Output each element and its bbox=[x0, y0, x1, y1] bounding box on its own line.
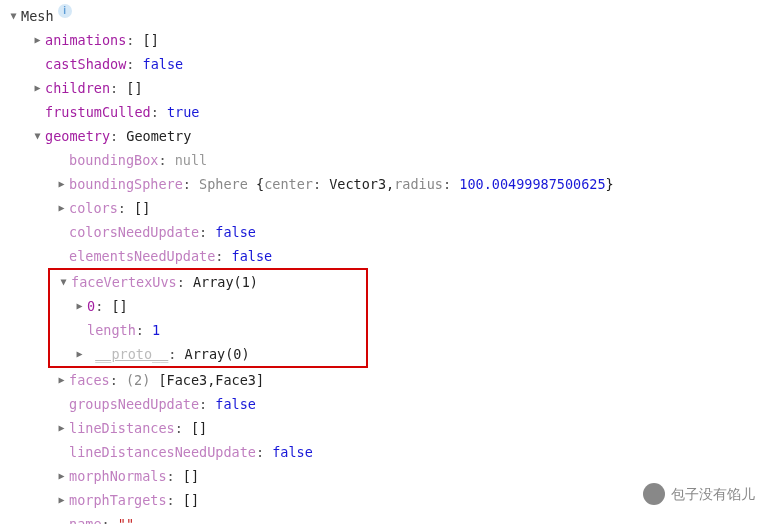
prop-key: animations bbox=[45, 28, 126, 52]
chevron-right-icon: ▶ bbox=[56, 488, 67, 512]
colon: : bbox=[151, 100, 167, 124]
prop-value: false bbox=[272, 440, 313, 464]
prop-faceVertexUvs-length[interactable]: ▶ length : 1 bbox=[56, 318, 360, 342]
chevron-right-icon: ▶ bbox=[56, 416, 67, 440]
colon: : bbox=[175, 416, 191, 440]
colon: : bbox=[110, 76, 126, 100]
colon: : bbox=[199, 392, 215, 416]
prop-name[interactable]: ▶ name : "" bbox=[8, 512, 769, 524]
colon: : bbox=[183, 172, 199, 196]
chevron-down-icon: ▼ bbox=[58, 270, 69, 294]
prop-value: [] bbox=[183, 464, 199, 488]
prop-boundingBox[interactable]: ▶ boundingBox : null bbox=[8, 148, 769, 172]
brace-open: { bbox=[256, 172, 264, 196]
prop-key: boundingBox bbox=[69, 148, 158, 172]
colon: : bbox=[256, 440, 272, 464]
prop-value: false bbox=[143, 52, 184, 76]
spacer-icon: ▶ bbox=[32, 100, 43, 124]
tree-root-mesh[interactable]: ▼ Mesh i bbox=[8, 4, 769, 28]
colon: : bbox=[177, 270, 193, 294]
chevron-down-icon: ▼ bbox=[32, 124, 43, 148]
ctor-name: Sphere bbox=[199, 172, 248, 196]
prop-animations[interactable]: ▶ animations : [] bbox=[8, 28, 769, 52]
prop-value: false bbox=[232, 244, 273, 268]
prop-value: Geometry bbox=[126, 124, 191, 148]
prop-key: colorsNeedUpdate bbox=[69, 220, 199, 244]
prop-value: false bbox=[215, 392, 256, 416]
spacer-icon: ▶ bbox=[56, 440, 67, 464]
spacer-icon: ▶ bbox=[56, 220, 67, 244]
prop-faceVertexUvs[interactable]: ▼ faceVertexUvs : Array(1) bbox=[56, 270, 360, 294]
prop-value: false bbox=[215, 220, 256, 244]
prop-value: Array(0) bbox=[185, 342, 250, 366]
prop-groupsNeedUpdate[interactable]: ▶ groupsNeedUpdate : false bbox=[8, 392, 769, 416]
colon: : bbox=[167, 464, 183, 488]
colon: : bbox=[168, 342, 184, 366]
prop-key: frustumCulled bbox=[45, 100, 151, 124]
prop-value: [] bbox=[183, 488, 199, 512]
prop-key: name bbox=[69, 512, 102, 524]
colon: : bbox=[199, 220, 215, 244]
wechat-icon bbox=[643, 483, 665, 505]
root-label: Mesh bbox=[21, 4, 54, 28]
brace-close: } bbox=[606, 172, 614, 196]
prop-key: children bbox=[45, 76, 110, 100]
prop-lineDistancesNeedUpdate[interactable]: ▶ lineDistancesNeedUpdate : false bbox=[8, 440, 769, 464]
spacer-icon: ▶ bbox=[74, 318, 85, 342]
colon: : bbox=[110, 124, 126, 148]
colon: : bbox=[95, 294, 111, 318]
prop-boundingSphere[interactable]: ▶ boundingSphere : Sphere { center : Vec… bbox=[8, 172, 769, 196]
inline-val: Vector3 bbox=[329, 172, 386, 196]
prop-value: [] bbox=[111, 294, 127, 318]
watermark-text: 包子没有馅儿 bbox=[671, 482, 755, 506]
chevron-right-icon: ▶ bbox=[56, 172, 67, 196]
colon: : bbox=[126, 28, 142, 52]
chevron-down-icon: ▼ bbox=[8, 4, 19, 28]
chevron-right-icon: ▶ bbox=[32, 76, 43, 100]
prop-colors[interactable]: ▶ colors : [] bbox=[8, 196, 769, 220]
inline-key: center bbox=[264, 172, 313, 196]
prop-colorsNeedUpdate[interactable]: ▶ colorsNeedUpdate : false bbox=[8, 220, 769, 244]
prop-key: geometry bbox=[45, 124, 110, 148]
prop-key: colors bbox=[69, 196, 118, 220]
colon: : bbox=[102, 512, 118, 524]
prop-faces[interactable]: ▶ faces : (2) [ Face3 , Face3 ] bbox=[8, 368, 769, 392]
spacer-icon: ▶ bbox=[56, 244, 67, 268]
prop-faceVertexUvs-0[interactable]: ▶ 0 : [] bbox=[56, 294, 360, 318]
prop-lineDistances[interactable]: ▶ lineDistances : [] bbox=[8, 416, 769, 440]
prop-value: null bbox=[175, 148, 208, 172]
prop-value: [] bbox=[126, 76, 142, 100]
prop-value: [] bbox=[191, 416, 207, 440]
spacer-icon: ▶ bbox=[56, 392, 67, 416]
prop-key: boundingSphere bbox=[69, 172, 183, 196]
info-icon[interactable]: i bbox=[58, 4, 72, 18]
prop-frustumCulled[interactable]: ▶ frustumCulled : true bbox=[8, 100, 769, 124]
inline-key: radius bbox=[394, 172, 443, 196]
highlight-faceVertexUvs: ▼ faceVertexUvs : Array(1) ▶ 0 : [] ▶ le… bbox=[48, 268, 368, 368]
prop-key: morphNormals bbox=[69, 464, 167, 488]
prop-key: length bbox=[87, 318, 136, 342]
prop-value: Array(1) bbox=[193, 270, 258, 294]
colon: : bbox=[126, 52, 142, 76]
watermark: 包子没有馅儿 bbox=[643, 482, 755, 506]
spacer-icon: ▶ bbox=[32, 52, 43, 76]
colon: : bbox=[215, 244, 231, 268]
prop-faceVertexUvs-proto[interactable]: ▶ __proto__ : Array(0) bbox=[56, 342, 360, 366]
chevron-right-icon: ▶ bbox=[56, 196, 67, 220]
prop-castShadow[interactable]: ▶ castShadow : false bbox=[8, 52, 769, 76]
inline-val: 100.00499987500625 bbox=[459, 172, 605, 196]
prop-key: groupsNeedUpdate bbox=[69, 392, 199, 416]
chevron-right-icon: ▶ bbox=[32, 28, 43, 52]
prop-children[interactable]: ▶ children : [] bbox=[8, 76, 769, 100]
prop-key: faces bbox=[69, 368, 110, 392]
colon: : bbox=[158, 148, 174, 172]
chevron-right-icon: ▶ bbox=[56, 368, 67, 392]
prop-geometry[interactable]: ▼ geometry : Geometry bbox=[8, 124, 769, 148]
prop-key: lineDistances bbox=[69, 416, 175, 440]
prop-elementsNeedUpdate[interactable]: ▶ elementsNeedUpdate : false bbox=[8, 244, 769, 268]
spacer-icon: ▶ bbox=[56, 148, 67, 172]
prop-key: elementsNeedUpdate bbox=[69, 244, 215, 268]
prop-key: faceVertexUvs bbox=[71, 270, 177, 294]
chevron-right-icon: ▶ bbox=[74, 294, 85, 318]
chevron-right-icon: ▶ bbox=[74, 342, 85, 366]
